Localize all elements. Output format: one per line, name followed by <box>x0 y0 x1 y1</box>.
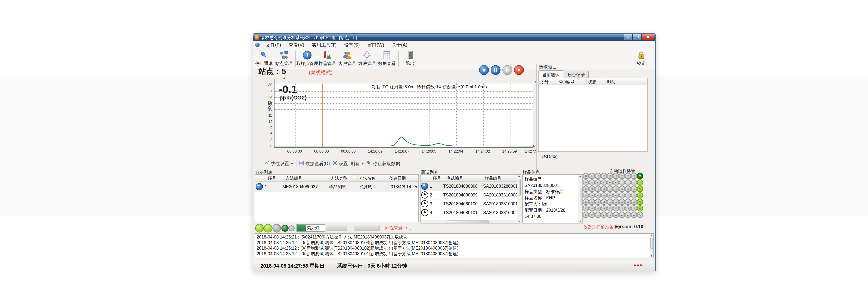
vial-position-E1[interactable]: E1 <box>613 173 619 179</box>
test-row[interactable]: 4TS201804080101SA201803310002 <box>421 208 517 217</box>
data-view-button[interactable]: 数据查看(D) <box>299 161 330 167</box>
method-row[interactable]: 1ME201804080037样品测试TC测试2018/4/8 14:25:12 <box>255 182 418 192</box>
event-log[interactable]: 2018-04-08 14:25:21 : [5/02411706]方法操作 方… <box>255 233 654 258</box>
mdi-minimize-button[interactable]: － <box>642 42 646 48</box>
vial-position-D6[interactable]: D6 <box>619 205 625 211</box>
scrollbar-thumb[interactable] <box>518 179 521 196</box>
scroll-down-icon[interactable] <box>579 221 581 222</box>
vial-position-J3[interactable]: J3 <box>583 186 589 192</box>
vial-position-A7[interactable]: A7 <box>637 212 643 218</box>
column-header[interactable]: TC(mg/L) <box>555 78 587 85</box>
vial-position-D7[interactable]: D7 <box>619 212 625 218</box>
toolbar-sample-mgmt-button[interactable]: 样品管理 <box>317 50 337 68</box>
title-bar[interactable]: 泰林总有机碳分析系统软件[zt\byh控制] - [站点：5] – ❐ ✕ <box>253 34 655 41</box>
toolbar-stop-comm-button[interactable]: 停止通讯 <box>254 50 274 68</box>
vial-position-I6[interactable]: I6 <box>589 205 595 211</box>
vial-position-J7[interactable]: J7 <box>583 212 589 218</box>
toolbar-method-mgmt-button[interactable]: 方法管理 <box>357 50 377 68</box>
vial-position-F4[interactable]: F4 <box>607 192 613 199</box>
vial-position-A2[interactable]: A2 <box>637 179 643 185</box>
vial-position-C6[interactable]: C6 <box>625 205 631 211</box>
vial-position-H7[interactable]: H7 <box>595 212 601 218</box>
scroll-up-icon[interactable] <box>579 176 581 177</box>
tab-current-test[interactable]: 当前测试 <box>538 70 563 78</box>
scrollbar-thumb[interactable] <box>447 221 489 223</box>
vial-position-D5[interactable]: D5 <box>619 199 625 205</box>
vial-position-E4[interactable]: E4 <box>613 192 619 199</box>
vial-position-I3[interactable]: I3 <box>589 186 595 192</box>
vial-position-H6[interactable]: H6 <box>595 205 601 211</box>
vial-position-D2[interactable]: D2 <box>619 179 625 185</box>
column-header[interactable]: 测试编号 <box>445 175 483 181</box>
column-header-icon[interactable] <box>421 175 431 181</box>
toolbar-customer-mgmt-button[interactable]: 客户管理 <box>337 50 357 68</box>
vial-position-A1[interactable]: A1 <box>637 173 643 179</box>
vial-position-C3[interactable]: C3 <box>625 186 631 192</box>
chart-settings-button[interactable]: 设置 <box>332 161 348 167</box>
vial-position-C4[interactable]: C4 <box>625 192 631 199</box>
scroll-up-icon[interactable] <box>518 176 520 177</box>
vial-position-B6[interactable]: B6 <box>631 205 637 211</box>
test-row[interactable]: 2TS201804080099SA201803310000 <box>421 191 517 200</box>
vial-position-E7[interactable]: E7 <box>613 212 619 218</box>
vial-position-B2[interactable]: B2 <box>631 179 637 185</box>
vial-position-H4[interactable]: H4 <box>595 192 601 199</box>
vial-position-G6[interactable]: G6 <box>601 205 607 211</box>
vial-position-J2[interactable]: J2 <box>583 179 589 185</box>
chart-plot[interactable]: 项目:TC 注射量:5.0ml 稀释倍数:1X 进酸量:Y(0.0ml 1.0m… <box>274 83 533 148</box>
vial-position-B3[interactable]: B3 <box>631 186 637 192</box>
toolbar-sampling-point-button[interactable]: i 取样点管理 <box>297 50 317 68</box>
vial-position-A5[interactable]: A5 <box>637 199 643 205</box>
vial-position-F3[interactable]: F3 <box>607 186 613 192</box>
column-header[interactable]: 状态 <box>587 78 606 85</box>
vial-position-F5[interactable]: F5 <box>607 199 613 205</box>
toolbar-site-mgmt-button[interactable]: 站点管理 <box>274 50 294 68</box>
vial-position-B7[interactable]: B7 <box>631 212 637 218</box>
vial-position-D4[interactable]: D4 <box>619 192 625 199</box>
column-header[interactable]: 序号 <box>539 78 555 85</box>
vial-position-E6[interactable]: E6 <box>613 205 619 211</box>
menu-file[interactable]: 文件(F) <box>262 41 285 49</box>
vial-position-B5[interactable]: B5 <box>631 199 637 205</box>
vial-position-H3[interactable]: H3 <box>595 186 601 192</box>
vial-position-A6[interactable]: A6 <box>637 205 643 211</box>
vial-position-D3[interactable]: D3 <box>619 186 625 192</box>
test-list-vertical-scrollbar[interactable] <box>517 175 521 223</box>
vial-position-G5[interactable]: G5 <box>601 199 607 205</box>
vial-position-D1[interactable]: D1 <box>619 173 625 179</box>
vial-position-A4[interactable]: A4 <box>637 192 643 199</box>
column-header[interactable]: 方法类型 <box>329 175 358 181</box>
vial-position-G3[interactable]: G3 <box>601 186 607 192</box>
vial-position-J1[interactable]: J1 <box>583 173 589 179</box>
scrollbar-thumb[interactable] <box>579 188 582 205</box>
vial-position-G1[interactable]: G1 <box>601 173 607 179</box>
vial-position-I7[interactable]: I7 <box>589 212 595 218</box>
menu-about[interactable]: 关于(A) <box>388 41 411 49</box>
vial-position-F7[interactable]: F7 <box>607 212 613 218</box>
column-header[interactable]: 序号 <box>267 175 284 181</box>
vial-position-J4[interactable]: J4 <box>583 192 589 199</box>
play-run-button[interactable] <box>502 65 512 75</box>
minimize-button[interactable]: – <box>624 34 632 40</box>
pause-run-button[interactable] <box>491 65 500 75</box>
lock-button[interactable]: 锁定 <box>632 50 650 68</box>
tab-history[interactable]: 历史记录 <box>564 71 589 79</box>
restore-button[interactable]: ❐ <box>633 34 642 40</box>
toolbar-exit-button[interactable]: 退出 <box>400 50 420 68</box>
scrollbar-thumb[interactable] <box>650 238 653 249</box>
menu-window[interactable]: 窗口(W) <box>364 41 388 49</box>
menu-view[interactable]: 查看(V) <box>285 41 308 49</box>
menu-tools[interactable]: 实用工具(T) <box>308 41 340 49</box>
vial-position-G2[interactable]: G2 <box>601 179 607 185</box>
linear-settings-button[interactable]: 线性设置 <box>265 161 293 167</box>
stop-acquisition-button[interactable]: 停止获取数据 <box>367 161 400 167</box>
vial-position-F2[interactable]: F2 <box>607 179 613 185</box>
vial-position-C2[interactable]: C2 <box>625 179 631 185</box>
vial-position-I2[interactable]: I2 <box>589 179 595 185</box>
vial-position-A3[interactable]: A3 <box>637 186 643 192</box>
sample-info-scrollbar[interactable] <box>578 175 582 223</box>
abort-run-button[interactable] <box>514 65 524 75</box>
column-header[interactable]: 序号 <box>431 175 445 181</box>
column-header-icon[interactable] <box>255 175 267 181</box>
vial-position-E3[interactable]: E3 <box>613 186 619 192</box>
